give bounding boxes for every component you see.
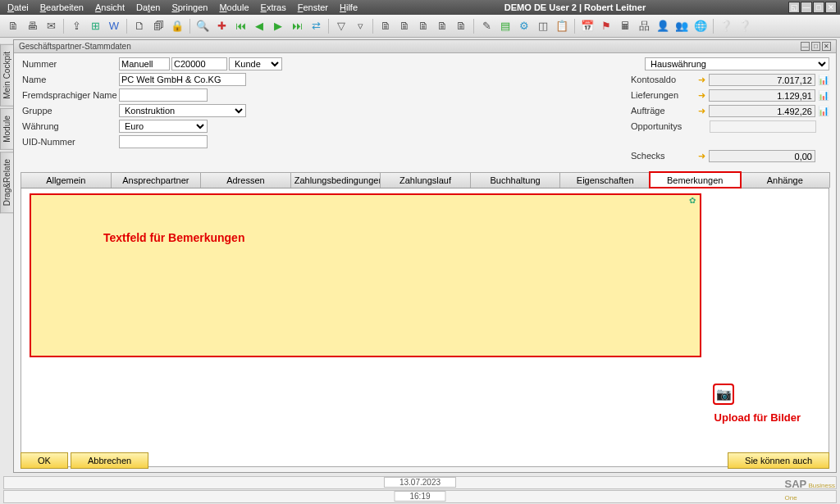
layout-icon[interactable]: ▤	[497, 18, 514, 34]
bpcode-input[interactable]	[171, 57, 227, 70]
sort-icon[interactable]: ▿	[352, 18, 368, 34]
format-text-icon[interactable]: ✿	[687, 195, 697, 205]
menu-hilfe[interactable]: Hilfe	[336, 2, 362, 13]
auftraege-link-icon[interactable]: ➜	[698, 106, 705, 116]
doc-new-icon[interactable]: 🗋	[131, 18, 148, 34]
page5-icon[interactable]: 🗎	[453, 18, 469, 34]
help2-icon[interactable]: ❔	[737, 18, 753, 34]
user-icon[interactable]: 👤	[655, 18, 671, 34]
nav-first-icon[interactable]: ⏮	[232, 18, 249, 34]
schecks-link-icon[interactable]: ➜	[698, 151, 705, 161]
settings-icon[interactable]: ⚙	[516, 18, 532, 34]
print-icon[interactable]: 🖶	[24, 18, 40, 34]
page4-icon[interactable]: 🗎	[434, 18, 450, 34]
restore-window-icon[interactable]: ◱	[788, 2, 800, 13]
lieferungen-label: Lieferungen	[629, 90, 695, 100]
uid-label: UID-Nummer	[21, 137, 119, 147]
preview-icon[interactable]: 🗎	[5, 18, 21, 34]
you-can-also-button[interactable]: Sie können auch	[728, 452, 829, 469]
nav-prev-icon[interactable]: ◀	[251, 18, 267, 34]
partner-icon[interactable]: 👥	[673, 18, 690, 34]
sidetab-cockpit[interactable]: Mein Cockpit	[0, 44, 13, 107]
find-icon[interactable]: 🔍	[194, 18, 211, 34]
pivot-icon[interactable]: ◫	[535, 18, 551, 34]
auftraege-label: Aufträge	[629, 106, 695, 116]
menu-ansicht[interactable]: Ansicht	[91, 2, 129, 13]
menu-springen[interactable]: Springen	[167, 2, 212, 13]
kontosaldo-link-icon[interactable]: ➜	[698, 75, 705, 85]
cancel-button[interactable]: Abbrechen	[71, 452, 148, 469]
add-icon[interactable]: ✚	[213, 18, 230, 34]
image-upload-button[interactable]: 📷	[713, 384, 734, 405]
alert-icon[interactable]: ⚑	[598, 18, 614, 34]
org-icon[interactable]: 品	[636, 18, 652, 34]
sap-logo: SAP BusinessOne	[785, 478, 835, 502]
tab-zahlungsbedingungen[interactable]: Zahlungsbedingungen	[290, 172, 381, 188]
remarks-textarea[interactable]	[30, 193, 701, 357]
clipboard-icon[interactable]: 📋	[554, 18, 570, 34]
lock-icon[interactable]: 🔒	[169, 18, 185, 34]
close-icon[interactable]: ✕	[825, 2, 837, 13]
fremd-label: Fremdsprachiger Name	[21, 90, 119, 100]
help1-icon[interactable]: ❔	[718, 18, 734, 34]
schecks-value: 0,00	[709, 150, 815, 162]
nav-last-icon[interactable]: ⏭	[289, 18, 305, 34]
menu-datei[interactable]: Datei	[3, 2, 33, 13]
menu-daten[interactable]: Daten	[132, 2, 164, 13]
mail-icon[interactable]: ✉	[43, 18, 59, 34]
kontosaldo-chart-icon[interactable]: 📊	[818, 75, 829, 85]
export-icon[interactable]: ⇪	[68, 18, 84, 34]
form-minimize-icon[interactable]: —	[801, 42, 810, 51]
opportunitys-value	[710, 120, 816, 133]
lieferungen-link-icon[interactable]: ➜	[698, 90, 705, 101]
auftraege-chart-icon[interactable]: 📊	[818, 106, 829, 116]
status-bar-top: 13.07.2023	[3, 476, 837, 489]
tab-buchhaltung[interactable]: Buchhaltung	[470, 172, 561, 188]
sidetab-module[interactable]: Module	[0, 108, 13, 150]
status-time: 16:19	[394, 491, 445, 502]
page3-icon[interactable]: 🗎	[415, 18, 431, 34]
page1-icon[interactable]: 🗎	[377, 18, 394, 34]
tab-eigenschaften[interactable]: Eigenschaften	[559, 172, 651, 188]
waehrung-select[interactable]: Euro	[119, 120, 208, 133]
excel-icon[interactable]: ⊞	[87, 18, 103, 34]
filter-icon[interactable]: ▽	[333, 18, 349, 34]
gruppe-select[interactable]: Konstruktion	[119, 104, 246, 117]
form-close-icon[interactable]: ✕	[822, 42, 831, 51]
tab-zahlungslauf[interactable]: Zahlungslauf	[380, 172, 471, 188]
maximize-icon[interactable]: □	[813, 2, 824, 13]
uid-input[interactable]	[119, 135, 208, 148]
name-label: Name	[21, 75, 119, 84]
menu-extras[interactable]: Extras	[257, 2, 290, 13]
globe-icon[interactable]: 🌐	[692, 18, 709, 34]
fremd-input[interactable]	[119, 89, 208, 102]
tab-adressen[interactable]: Adressen	[200, 172, 291, 188]
manuell-input[interactable]	[119, 57, 170, 70]
tab-ansprechpartner[interactable]: Ansprechpartner	[111, 172, 202, 188]
refresh-icon[interactable]: ⇄	[308, 18, 324, 34]
nummer-label: Nummer	[21, 59, 119, 69]
page2-icon[interactable]: 🗎	[396, 18, 413, 34]
auftraege-value: 1.492,26	[709, 105, 815, 117]
name-input[interactable]	[119, 73, 246, 86]
tab-bemerkungen[interactable]: Bemerkungen	[650, 172, 741, 188]
hauswaehrung-select[interactable]: Hauswährung	[645, 57, 829, 70]
form-maximize-icon[interactable]: □	[811, 42, 820, 51]
menu-bearbeiten[interactable]: Bearbeiten	[36, 2, 88, 13]
word-icon[interactable]: W	[106, 18, 122, 34]
menu-module[interactable]: Module	[215, 2, 253, 13]
edit-icon[interactable]: ✎	[478, 18, 495, 34]
nav-next-icon[interactable]: ▶	[270, 18, 286, 34]
minimize-icon[interactable]: —	[801, 2, 812, 13]
menu-fenster[interactable]: Fenster	[294, 2, 332, 13]
tab-anhaenge[interactable]: Anhänge	[740, 172, 831, 188]
form-title: Geschäftspartner-Stammdaten	[19, 42, 131, 51]
lieferungen-chart-icon[interactable]: 📊	[818, 90, 829, 101]
calculator-icon[interactable]: 🖩	[617, 18, 633, 34]
calendar-icon[interactable]: 📅	[579, 18, 596, 34]
kind-select[interactable]: Kunde	[229, 57, 282, 70]
ok-button[interactable]: OK	[21, 452, 68, 469]
tab-allgemein[interactable]: Allgemein	[21, 172, 112, 188]
doc-copy-icon[interactable]: 🗐	[150, 18, 167, 34]
sidetab-dragrelate[interactable]: Drag&Relate	[0, 152, 13, 213]
